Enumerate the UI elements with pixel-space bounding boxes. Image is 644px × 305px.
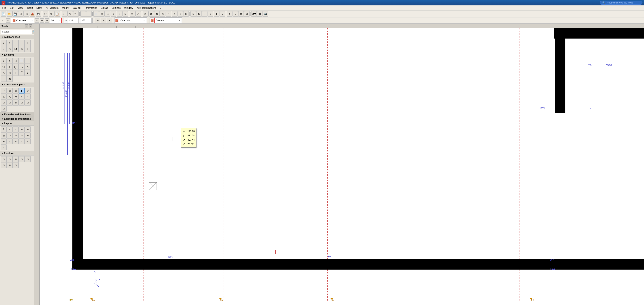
menu-modify[interactable]: Modify — [60, 6, 71, 10]
menu-help[interactable]: ? — [158, 6, 163, 10]
tool-text-path[interactable]: S — [25, 70, 30, 76]
tb-dim2[interactable]: ↕ — [208, 11, 213, 17]
tool-line[interactable]: / — [1, 40, 6, 46]
tool-circle[interactable]: ○ — [7, 64, 12, 70]
tool-wall-plain[interactable]: □ — [1, 88, 6, 93]
tb2-close[interactable]: ✕ — [1, 18, 5, 23]
tool-wall-arc[interactable]: ◔ — [25, 88, 30, 93]
type-dropdown[interactable]: Column ▾ — [154, 18, 181, 23]
tool-freeform[interactable]: ⌘ — [7, 76, 12, 82]
tb-undo[interactable]: ↩ — [62, 11, 67, 17]
section-extended-wall[interactable]: Extended wall functions — [0, 112, 34, 117]
material2-dropdown[interactable]: Concrete ▾ — [119, 18, 146, 23]
tool-dim-vert[interactable]: ↕ — [13, 126, 18, 132]
menu-edit[interactable]: Edit — [8, 6, 16, 10]
tool-roof-hip[interactable]: ⋈ — [13, 94, 18, 99]
menu-window[interactable]: Window — [122, 6, 134, 10]
tb-print[interactable]: 🖨 — [18, 11, 24, 17]
tool-slab[interactable]: ⊡ — [19, 100, 24, 106]
menu-ar-objects[interactable]: AR Objects — [44, 6, 60, 10]
tools-close-btn[interactable]: × — [29, 24, 32, 28]
main-canvas[interactable]: F3.1 W8 F2.2 IW6 IW8 IW4 T6 IW10 T7 F2.1… — [34, 24, 644, 305]
tb-pen[interactable]: ✏ — [130, 11, 135, 17]
tb-cross1[interactable]: ✕ — [142, 11, 148, 17]
tool-curve[interactable]: ⌒ — [19, 70, 24, 76]
tool-stamp[interactable]: P — [13, 70, 18, 76]
section-freeform[interactable]: Freeform — [0, 151, 34, 156]
tool-oval2[interactable]: ◯ — [13, 64, 18, 70]
tool-line-elem[interactable]: / — [1, 58, 6, 64]
tb-3d[interactable]: 3D▾ — [251, 11, 257, 17]
tb-new[interactable]: 📄 — [1, 11, 6, 17]
tb-grid1[interactable]: ⊞ — [190, 11, 196, 17]
search-input[interactable] — [1, 30, 32, 34]
menu-lay-out[interactable]: Lay-out — [71, 6, 83, 10]
tb2-square[interactable]: □ — [35, 18, 39, 23]
tool-ff8[interactable]: ⊡ — [13, 162, 18, 168]
offset-input[interactable] — [81, 18, 92, 23]
tool-ff6[interactable]: ⊟ — [1, 162, 6, 168]
width-input[interactable] — [68, 18, 79, 23]
tool-wall-hatch[interactable]: ▨ — [7, 88, 12, 93]
tb-paste[interactable]: 📋 — [54, 11, 60, 17]
tool-spline[interactable]: ∿ — [25, 64, 30, 70]
tool-hatch[interactable]: ▨ — [1, 132, 6, 138]
tool-ff3[interactable]: ⊠ — [13, 156, 18, 162]
tool-table[interactable]: ⊟ — [25, 126, 30, 132]
tool-viewport[interactable]: ⊞ — [19, 126, 24, 132]
tb-zoom-out[interactable]: − — [86, 11, 92, 17]
tb2-align2[interactable]: ⊞ — [45, 18, 49, 23]
menu-information[interactable]: Information — [83, 6, 99, 10]
section-construction-parts[interactable]: Construction parts — [0, 82, 34, 87]
tool-double-line[interactable]: // — [7, 40, 12, 46]
tool-perpendicular[interactable]: ⊥ — [25, 40, 30, 46]
tb2-grid3[interactable]: ⊠ — [107, 18, 112, 23]
tb-extra3[interactable]: ⊠ — [238, 11, 244, 17]
tool-circle-sym[interactable]: ○ — [7, 138, 12, 144]
tb-grid2[interactable]: ⊟ — [196, 11, 202, 17]
tool-circle-aux[interactable]: ○ — [1, 46, 6, 52]
tool-ff2[interactable]: ⊟ — [7, 156, 12, 162]
tb-export[interactable]: 📤 — [30, 11, 35, 17]
tb-undo2[interactable]: ↩⋯ — [73, 11, 79, 17]
menu-key-combinations[interactable]: Key combinations — [135, 6, 158, 10]
tool-beam[interactable]: ⊟ — [25, 100, 30, 106]
tool-zigzag[interactable]: ∧ — [7, 58, 12, 64]
tb-zoom-in[interactable]: + — [80, 11, 86, 17]
tool-select-rect[interactable]: ⬜ — [19, 58, 24, 64]
tool-door[interactable]: ⊠ — [13, 100, 18, 106]
tool-corner[interactable]: ⌐ — [25, 58, 30, 64]
menu-file[interactable]: File — [1, 6, 8, 10]
tb-paint[interactable]: 🖌 — [136, 11, 141, 17]
tb-scale[interactable]: ⤡ — [117, 11, 122, 17]
tb-cross4[interactable]: ✕ — [160, 11, 166, 17]
tool-railing[interactable]: ⊞ — [1, 100, 6, 106]
tb-cross3[interactable]: ✕ — [154, 11, 160, 17]
tool-oval3[interactable]: ⬭ — [7, 70, 12, 76]
tool-stairs[interactable]: ≡ — [25, 94, 30, 99]
tb-cam[interactable]: 📷 — [263, 11, 268, 17]
tb-copy[interactable]: ⧉ — [49, 11, 54, 17]
tool-roof-single[interactable]: △ — [1, 94, 6, 99]
canvas-area[interactable]: F3.1 W8 F2.2 IW6 IW8 IW4 T6 IW10 T7 F2.1… — [40, 24, 644, 305]
tb-save2[interactable]: 💾 — [36, 11, 41, 17]
tools-pin-btn[interactable]: ─ — [25, 24, 28, 28]
tool-arrow-down[interactable]: ↓ — [1, 144, 6, 150]
tool-wave[interactable]: ~ — [1, 76, 6, 82]
tb-dim[interactable]: ↔ — [202, 11, 208, 17]
menu-settings[interactable]: Settings — [110, 6, 122, 10]
menu-extras[interactable]: Extras — [100, 6, 110, 10]
tool-plus[interactable]: + — [25, 46, 30, 52]
tool-window[interactable]: ⊟ — [7, 100, 12, 106]
tool-sym-minus[interactable]: ⊖ — [1, 138, 6, 144]
menu-view[interactable]: View — [16, 6, 24, 10]
tb-redo[interactable]: ↪ — [68, 11, 73, 17]
tool-roof-gable[interactable]: ▲ — [19, 94, 24, 99]
tool-frame[interactable]: ⊡ — [7, 132, 12, 138]
tb2-grid1[interactable]: ⊞ — [95, 18, 100, 23]
tb-shape2[interactable]: ◻ — [178, 11, 183, 17]
tool-rect[interactable]: □ — [13, 58, 18, 64]
material-dropdown[interactable]: 🧱 Concrete ▾ — [11, 18, 34, 23]
tb-parallel[interactable]: ‖ — [214, 11, 219, 17]
tool-pillar[interactable]: ⊞ — [1, 106, 6, 112]
